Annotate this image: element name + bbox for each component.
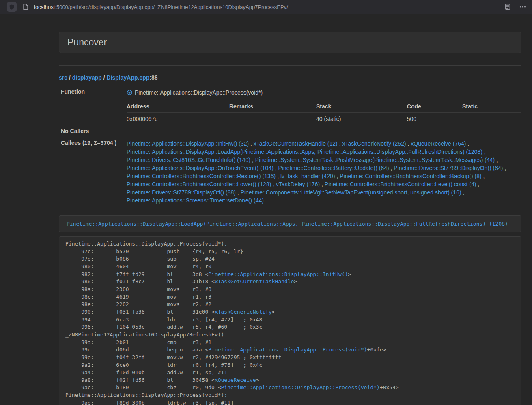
callee-link[interactable]: Pinetime::System::SystemTask::PushMessag… [255, 157, 495, 163]
callers-cell [122, 125, 521, 137]
stats-header-code: Code [407, 100, 462, 113]
callee-link[interactable]: xQueueReceive (764) [411, 140, 466, 147]
url-host: localhost [34, 4, 55, 10]
callee-separator: , [236, 189, 241, 196]
url-bar[interactable]: localhost:5000/path/src/displayapp/Displ… [34, 4, 504, 10]
breadcrumb-separator: / [102, 74, 107, 81]
callee-separator: , [389, 165, 394, 171]
stats-value-code: 500 [407, 113, 462, 125]
tracking-shield-icon[interactable] [7, 2, 17, 12]
callee-link[interactable]: Pinetime::Applications::Screens::Timer::… [127, 197, 264, 204]
asm-symbol-link[interactable]: xTaskGetCurrentTaskHandle [215, 278, 294, 284]
callee-separator: , [476, 181, 479, 187]
callee-link[interactable]: Pinetime::Applications::DisplayApp::Init… [127, 140, 249, 147]
stats-header-address: Address [127, 100, 229, 113]
callee-link[interactable]: Pinetime::Controllers::Battery::Update()… [278, 165, 389, 171]
callee-separator: , [271, 181, 276, 187]
stats-cell: AddressRemarksStackCodeStatic 0x0000097c… [122, 100, 521, 125]
callee-link[interactable]: Pinetime::Drivers::St7789::DisplayOn() (… [394, 165, 503, 171]
callee-separator: , [274, 165, 278, 171]
ellipsis-glyph [519, 4, 526, 10]
function-name-cell: Pinetime::Applications::DisplayApp::Proc… [122, 86, 521, 100]
highlighted-callee-box: Pinetime::Applications::DisplayApp::Load… [59, 215, 521, 232]
highlighted-callee-link[interactable]: Pinetime::Applications::DisplayApp::Load… [67, 221, 508, 227]
callee-separator: , [482, 149, 486, 155]
stats-value-stack: 40 (static) [316, 113, 407, 125]
callee-separator: , [495, 157, 498, 163]
callee-separator: , [249, 140, 254, 147]
callee-link[interactable]: lv_task_handler (420) [280, 173, 335, 179]
stats-value-static [462, 113, 521, 125]
asm-symbol-link[interactable]: Pinetime::Applications::DisplayApp::Init… [208, 271, 348, 277]
callee-separator: , [250, 157, 255, 163]
asm-symbol-link[interactable]: Pinetime::Applications::DisplayApp::Proc… [208, 347, 367, 353]
callee-link[interactable]: Pinetime::Controllers::BrightnessControl… [340, 173, 481, 179]
stats-table: AddressRemarksStackCodeStatic 0x0000097c… [127, 100, 521, 125]
stats-value-remarks [229, 113, 316, 125]
callee-separator: , [335, 173, 340, 179]
asm-symbol-link[interactable]: xQueueReceive [215, 377, 256, 383]
document-glyph [23, 4, 28, 10]
no-callers-label: No Callers [59, 125, 122, 137]
callee-link[interactable]: Pinetime::Controllers::BrightnessControl… [325, 181, 476, 187]
reader-mode-icon[interactable] [504, 4, 511, 10]
callees-cell: Pinetime::Applications::DisplayApp::Init… [122, 137, 521, 207]
symbol-detail-table: Function Pinetime::Applications::Display… [59, 86, 521, 207]
browser-toolbar: localhost:5000/path/src/displayapp/Displ… [0, 0, 532, 14]
stats-value-address: 0x0000097c [127, 113, 229, 125]
callee-link[interactable]: Pinetime::Drivers::Cst816S::GetTouchInfo… [127, 157, 250, 163]
callee-separator: , [461, 189, 465, 196]
stats-header-row: AddressRemarksStackCodeStatic [127, 100, 521, 113]
breadcrumb-separator: / [67, 74, 72, 81]
main-content: Puncover src / displayapp / DisplayApp.c… [59, 14, 521, 405]
callee-separator: , [338, 140, 342, 147]
callee-link[interactable]: xTaskGenericNotify (252) [342, 140, 406, 147]
callee-link[interactable]: Pinetime::Applications::DisplayApp::OnTo… [127, 165, 274, 171]
asm-symbol-link[interactable]: Pinetime::Applications::DisplayApp::Proc… [221, 384, 380, 390]
function-symbol-icon [127, 89, 132, 97]
callee-separator: , [482, 173, 485, 179]
function-name: Pinetime::Applications::DisplayApp::Proc… [135, 89, 263, 96]
stats-header-stack: Stack [316, 100, 407, 113]
stats-row: AddressRemarksStackCodeStatic 0x0000097c… [59, 100, 521, 125]
callee-link[interactable]: Pinetime::Controllers::BrightnessControl… [127, 181, 271, 187]
callee-link[interactable]: Pinetime::Components::LittleVgl::SetNewT… [241, 189, 461, 196]
breadcrumb-line-number: :86 [149, 74, 157, 81]
asm-symbol-link[interactable]: xTaskGenericNotify [215, 309, 272, 315]
callee-link[interactable]: xTaskGetCurrentTaskHandle (12) [254, 140, 338, 147]
no-callers-row: No Callers [59, 125, 521, 137]
callee-link[interactable]: Pinetime::Drivers::St7789::DisplayOff() … [127, 189, 236, 196]
callee-separator: , [466, 140, 469, 147]
callee-separator: , [503, 165, 506, 171]
divider [59, 65, 521, 66]
callee-link[interactable]: Pinetime::Applications::DisplayApp::Load… [127, 149, 482, 155]
breadcrumb-link-displayapp.cpp[interactable]: DisplayApp.cpp [107, 74, 150, 81]
callee-separator: , [320, 181, 325, 187]
callees-label: Callees (19, Σ=3704 ) [59, 137, 122, 207]
overflow-menu-icon[interactable] [519, 4, 526, 10]
callee-separator: , [406, 140, 411, 147]
breadcrumb-link-src[interactable]: src [59, 74, 67, 81]
stats-header-static: Static [462, 100, 521, 113]
breadcrumb-link-displayapp[interactable]: displayapp [72, 74, 102, 81]
breadcrumb: src / displayapp / DisplayApp.cpp:86 [59, 74, 521, 81]
callee-link[interactable]: Pinetime::Controllers::BrightnessControl… [127, 173, 276, 179]
callee-separator: , [276, 173, 280, 179]
assembly-listing: Pinetime::Applications::DisplayApp::Proc… [59, 236, 521, 405]
callee-link[interactable]: vTaskDelay (176) [276, 181, 320, 187]
app-title-banner: Puncover [59, 32, 521, 53]
reader-glyph [504, 4, 511, 10]
function-row: Function Pinetime::Applications::Display… [59, 86, 521, 100]
stats-value-row: 0x0000097c40 (static)500 [127, 113, 521, 125]
stats-row-label [59, 100, 122, 125]
stats-header-remarks: Remarks [229, 100, 316, 113]
callees-row: Callees (19, Σ=3704 ) Pinetime::Applicat… [59, 137, 521, 207]
page-title: Puncover [67, 37, 107, 47]
function-row-label: Function [59, 86, 122, 100]
shield-glyph [9, 4, 15, 10]
url-path: :5000/path/src/displayapp/DisplayApp.cpp… [55, 4, 288, 10]
page-info-icon[interactable] [23, 4, 28, 10]
